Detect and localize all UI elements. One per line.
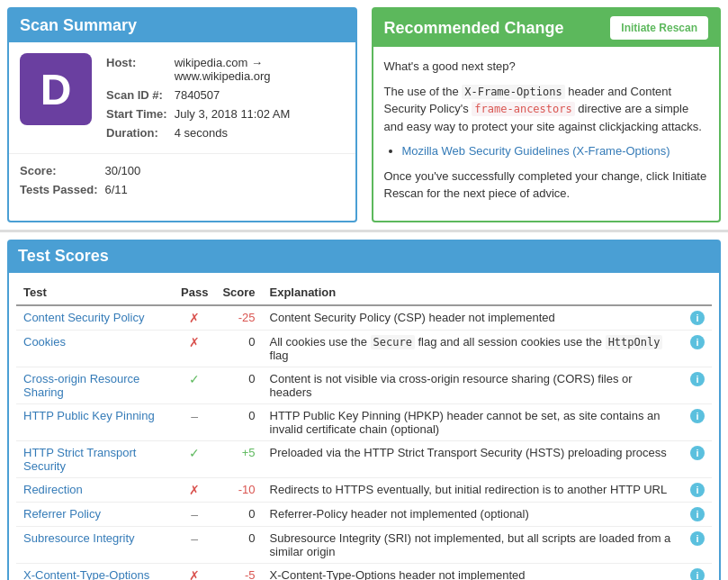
starttime-value: July 3, 2018 11:02 AM (175, 104, 298, 123)
tests-passed-value: 6/11 (104, 180, 148, 199)
pass-indicator: – (174, 502, 215, 526)
table-row: Subresource Integrity–0Subresource Integ… (16, 526, 712, 563)
score-value: 30/100 (104, 161, 148, 180)
test-name-link[interactable]: X-Content-Type-Options (23, 568, 149, 581)
info-icon[interactable]: i (690, 483, 705, 497)
col-header-explanation: Explanation (263, 280, 683, 305)
recommended-body: What's a good next step? The use of the … (373, 47, 720, 221)
test-name-link[interactable]: Cross-origin Resource Sharing (23, 372, 139, 399)
score-value: +5 (215, 440, 262, 477)
test-name-link[interactable]: Referrer Policy (23, 507, 101, 521)
info-cell: i (683, 367, 712, 403)
pass-icon: ✓ (189, 446, 200, 460)
info-cell: i (683, 403, 712, 440)
pass-indicator: ✗ (174, 305, 215, 331)
pass-icon: ✓ (189, 372, 200, 386)
score-label: Score: (20, 161, 104, 180)
test-name-link[interactable]: HTTP Public Key Pinning (23, 409, 155, 422)
score-value: 0 (215, 403, 262, 440)
scan-summary-header: Scan Summary (9, 9, 355, 42)
score-value: 0 (215, 526, 262, 563)
starttime-label: Start Time: (106, 104, 175, 123)
table-row: Cross-origin Resource Sharing✓0Content i… (16, 367, 712, 403)
col-header-test: Test (16, 280, 174, 305)
score-value: 0 (215, 502, 262, 526)
table-row: X-Content-Type-Options✗-5X-Content-Type-… (16, 563, 712, 580)
score-value: 0 (215, 367, 262, 403)
info-icon[interactable]: i (690, 409, 705, 423)
fail-icon: ✗ (189, 483, 200, 497)
scores-table: Test Pass Score Explanation Content Secu… (16, 280, 712, 581)
frame-ancestors-code: frame-ancestors (472, 102, 574, 116)
recommended-change-title: Recommended Change (384, 19, 564, 38)
table-row: Redirection✗-10Redirects to HTTPS eventu… (16, 477, 712, 502)
score-value: -25 (215, 305, 262, 331)
recommended-intro: What's a good next step? (384, 58, 709, 76)
pass-indicator: ✓ (174, 440, 215, 477)
table-row: HTTP Strict Transport Security✓+5Preload… (16, 440, 712, 477)
test-scores-table-wrapper: Test Pass Score Explanation Content Secu… (7, 273, 721, 581)
fail-icon: ✗ (189, 568, 200, 581)
explanation-cell: Referrer-Policy header not implemented (… (263, 502, 683, 526)
info-cell: i (683, 305, 712, 331)
info-icon[interactable]: i (690, 335, 705, 349)
neutral-icon: – (191, 531, 198, 546)
explanation-cell: Subresource Integrity (SRI) not implemen… (263, 526, 683, 563)
initiate-rescan-button[interactable]: Initiate Rescan (610, 16, 708, 40)
score-value: 0 (215, 330, 262, 367)
recommended-links: Mozilla Web Security Guidelines (X-Frame… (402, 142, 709, 160)
fail-icon: ✗ (189, 335, 200, 349)
duration-value: 4 seconds (175, 123, 298, 142)
host-label: Host: (106, 53, 175, 86)
scan-logo: D (20, 53, 92, 125)
test-name-link[interactable]: HTTP Strict Transport Security (23, 446, 136, 473)
neutral-icon: – (191, 409, 198, 423)
test-scores-section: Test Scores Test Pass Score Explanation … (7, 240, 721, 581)
scanid-label: Scan ID #: (106, 86, 175, 104)
explanation-cell: Preloaded via the HTTP Strict Transport … (263, 440, 683, 477)
explanation-cell: HTTP Public Key Pinning (HPKP) header ca… (263, 403, 683, 440)
table-row: Cookies✗0All cookies use the Secure flag… (16, 330, 712, 367)
explanation-cell: X-Content-Type-Options header not implem… (263, 563, 683, 580)
xframe-options-code: X-Frame-Options (462, 85, 564, 99)
recommended-change-panel: Recommended Change Initiate Rescan What'… (372, 7, 722, 222)
info-cell: i (683, 477, 712, 502)
table-row: HTTP Public Key Pinning–0HTTP Public Key… (16, 403, 712, 440)
pass-indicator: – (174, 403, 215, 440)
info-icon[interactable]: i (690, 446, 705, 460)
info-icon[interactable]: i (690, 531, 705, 546)
scan-summary-panel: Scan Summary D Host: wikipedia.com →www.… (7, 7, 357, 222)
scanid-value: 7840507 (175, 86, 298, 104)
explanation-cell: Redirects to HTTPS eventually, but initi… (263, 477, 683, 502)
test-name-link[interactable]: Content Security Policy (23, 311, 144, 324)
fail-icon: ✗ (189, 311, 200, 325)
info-cell: i (683, 440, 712, 477)
host-value: wikipedia.com →www.wikipedia.org (175, 53, 298, 86)
info-cell: i (683, 526, 712, 563)
scan-summary-title: Scan Summary (20, 16, 137, 34)
col-header-pass: Pass (174, 280, 215, 305)
test-name-link[interactable]: Redirection (23, 483, 83, 496)
pass-indicator: ✗ (174, 477, 215, 502)
score-value: -5 (215, 563, 262, 580)
explanation-cell: All cookies use the Secure flag and all … (263, 330, 683, 367)
info-icon[interactable]: i (690, 311, 705, 325)
test-name-link[interactable]: Cookies (23, 335, 66, 349)
table-row: Referrer Policy–0Referrer-Policy header … (16, 502, 712, 526)
mozilla-guidelines-link[interactable]: Mozilla Web Security Guidelines (X-Frame… (402, 144, 670, 158)
score-value: -10 (215, 477, 262, 502)
info-icon[interactable]: i (690, 372, 705, 386)
explanation-cell: Content Security Policy (CSP) header not… (263, 305, 683, 331)
pass-indicator: – (174, 526, 215, 563)
test-scores-header: Test Scores (7, 240, 721, 273)
table-row: Content Security Policy✗-25Content Secur… (16, 305, 712, 331)
pass-indicator: ✗ (174, 330, 215, 367)
info-cell: i (683, 563, 712, 580)
info-icon[interactable]: i (690, 507, 705, 521)
test-scores-title: Test Scores (18, 247, 109, 265)
explanation-cell: Content is not visible via cross-origin … (263, 367, 683, 403)
pass-indicator: ✗ (174, 563, 215, 580)
info-icon[interactable]: i (690, 568, 705, 581)
col-header-score: Score (215, 280, 262, 305)
test-name-link[interactable]: Subresource Integrity (23, 531, 135, 545)
